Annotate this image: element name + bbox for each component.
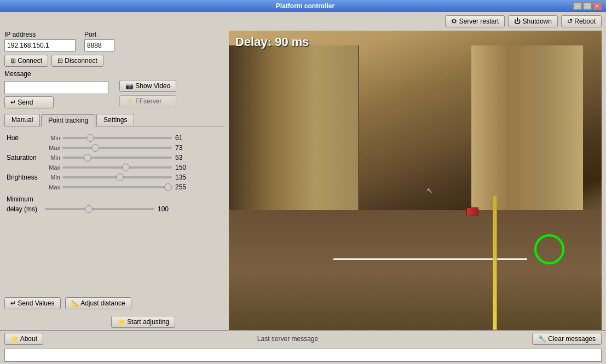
hue-max-value: 73 [172, 144, 191, 152]
tab-manual[interactable]: Manual [4, 114, 40, 126]
brightness-min-row: Brightness Min 135 [7, 174, 222, 181]
saturation-max-value: 150 [172, 164, 191, 171]
saturation-min-row: Saturation Min 53 [7, 154, 222, 161]
about-button[interactable]: ⭐ About [4, 333, 43, 345]
send-values-button[interactable]: ↵ Send Values [4, 297, 61, 309]
port-label: Port [84, 31, 114, 38]
saturation-max-label: Max [45, 164, 60, 171]
hue-max-slider[interactable] [62, 147, 172, 149]
message-video-row: Message ↵ Send 📷 Show Video ⚡ FFserver [4, 70, 224, 108]
saturation-min-value: 53 [172, 154, 191, 161]
left-panel: IP address Port ⊞ Connect ⊟ Disconnect M… [4, 31, 229, 330]
main-window: ⚙ Server restart ⏻ Shutdown ↺ Reboot IP … [0, 12, 606, 364]
port-input[interactable] [84, 39, 114, 51]
port-field-group: Port [84, 31, 114, 51]
clear-messages-button[interactable]: 🔧 Clear messages [532, 333, 602, 345]
window-controls: – □ ✕ [573, 2, 602, 10]
maximize-button[interactable]: □ [583, 2, 592, 10]
connect-button[interactable]: ⊞ Connect [4, 55, 48, 67]
camera-object [466, 207, 478, 216]
min-delay-value: 100 [154, 205, 174, 213]
show-video-button[interactable]: 📷 Show Video [119, 80, 176, 92]
brightness-min-value: 135 [172, 174, 191, 181]
message-input[interactable] [4, 81, 108, 94]
hue-min-row: Hue Min 61 [7, 134, 222, 142]
saturation-max-slider[interactable] [62, 166, 172, 169]
content-area: IP address Port ⊞ Connect ⊟ Disconnect M… [0, 31, 606, 330]
settings-panel: Hue Min 61 Max 73 Saturation Min 53 [4, 130, 224, 291]
message-log [4, 349, 602, 362]
tab-bar: Manual Point tracking Settings [4, 114, 224, 126]
video-buttons-col: 📷 Show Video ⚡ FFserver [119, 70, 176, 108]
connect-buttons: ⊞ Connect ⊟ Disconnect [4, 55, 224, 67]
ffserver-button[interactable]: ⚡ FFserver [119, 95, 176, 107]
saturation-label: Saturation [7, 154, 45, 161]
video-container: Delay: 90 ms ↖ [229, 31, 602, 330]
hue-min-label: Min [45, 135, 60, 141]
status-bar: ⭐ About Last server message 🔧 Clear mess… [0, 330, 606, 346]
minimize-button[interactable]: – [573, 2, 582, 10]
top-bar: ⚙ Server restart ⏻ Shutdown ↺ Reboot [0, 12, 606, 31]
brightness-min-slider[interactable] [62, 176, 172, 178]
tab-point-tracking[interactable]: Point tracking [41, 114, 95, 126]
last-server-message-label: Last server message [257, 335, 318, 343]
ip-input[interactable] [4, 39, 76, 51]
reboot-button[interactable]: ↺ Reboot [561, 15, 602, 27]
send-button[interactable]: ↵ Send [4, 96, 54, 108]
window-title: Platform controller [37, 2, 573, 10]
min-delay-row: delay (ms) 100 [7, 205, 222, 213]
close-button[interactable]: ✕ [593, 2, 602, 10]
brightness-min-label: Min [45, 174, 60, 181]
cursor-indicator: ↖ [426, 186, 433, 195]
hue-label: Hue [7, 134, 45, 142]
delay-label: delay (ms) [7, 205, 45, 213]
camera-floor [229, 210, 602, 330]
ip-label: IP address [4, 31, 76, 38]
message-label: Message [4, 70, 108, 78]
adjust-distance-button[interactable]: 📐 Adjust distance [65, 297, 131, 309]
message-send-col: Message ↵ Send [4, 70, 108, 108]
min-delay-section: Minimum delay (ms) 100 [7, 195, 222, 213]
right-panel: Delay: 90 ms ↖ [229, 31, 602, 330]
hue-min-slider[interactable] [62, 137, 172, 139]
server-restart-button[interactable]: ⚙ Server restart [445, 15, 505, 27]
saturation-min-label: Min [45, 154, 60, 161]
start-adjusting-button[interactable]: ⭐ Start adjusting [111, 316, 175, 328]
camera-wall-line [333, 258, 527, 260]
brightness-label: Brightness [7, 174, 45, 181]
min-delay-slider[interactable] [45, 208, 154, 210]
saturation-max-row: Max 150 [45, 164, 222, 171]
brightness-max-value: 255 [172, 183, 191, 191]
ip-port-row: IP address Port [4, 31, 224, 51]
delay-overlay: Delay: 90 ms [235, 35, 309, 49]
bottom-buttons: ↵ Send Values 📐 Adjust distance [4, 294, 224, 313]
camera-measuring-tape [493, 195, 497, 330]
tracking-circle [534, 234, 564, 264]
saturation-min-slider[interactable] [62, 157, 172, 159]
hue-max-row: Max 73 [45, 144, 222, 152]
tab-settings[interactable]: Settings [96, 114, 134, 126]
ip-field-group: IP address [4, 31, 76, 51]
hue-min-value: 61 [172, 134, 191, 142]
shutdown-button[interactable]: ⏻ Shutdown [508, 15, 558, 27]
brightness-max-label: Max [45, 184, 60, 190]
disconnect-button[interactable]: ⊟ Disconnect [51, 55, 103, 67]
brightness-max-row: Max 255 [45, 183, 222, 191]
brightness-max-slider[interactable] [62, 186, 172, 188]
title-bar: Platform controller – □ ✕ [0, 0, 606, 12]
hue-max-label: Max [45, 145, 60, 151]
minimum-label: Minimum [7, 195, 222, 203]
